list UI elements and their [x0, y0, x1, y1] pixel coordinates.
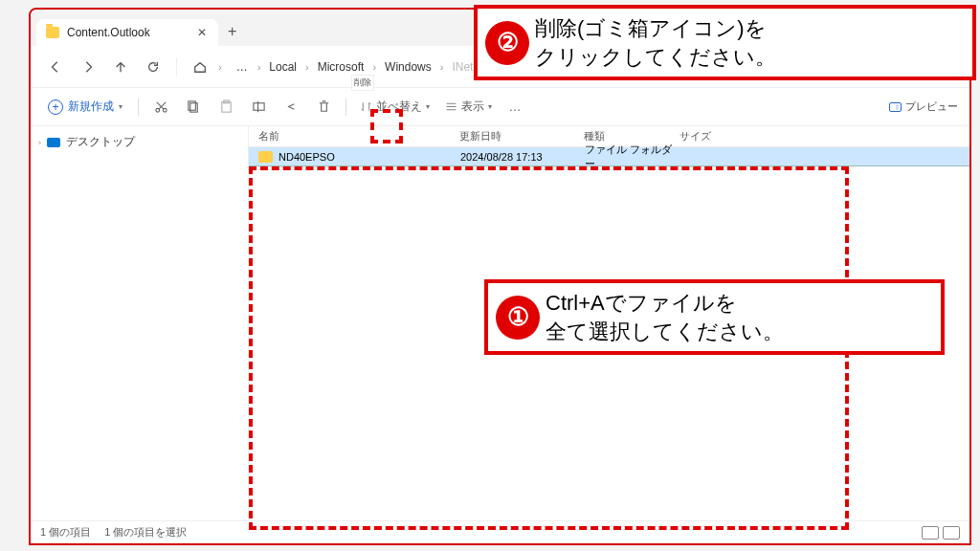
new-label: 新規作成: [68, 99, 114, 115]
chevron-right-icon: ›: [38, 138, 41, 147]
tab-content-outlook[interactable]: Content.Outlook ✕: [36, 19, 218, 46]
chevron-down-icon: ▾: [488, 102, 492, 111]
preview-button[interactable]: プレビュー: [889, 99, 958, 114]
forward-button[interactable]: [73, 52, 103, 82]
refresh-button[interactable]: [138, 52, 168, 82]
breadcrumb-ellipsis[interactable]: …: [231, 56, 255, 77]
chevron-down-icon: ▾: [119, 102, 122, 111]
close-icon[interactable]: ✕: [197, 26, 207, 39]
new-tab-button[interactable]: +: [218, 17, 246, 46]
nav-desktop[interactable]: › デスクトップ: [33, 130, 246, 154]
plus-icon: +: [48, 99, 63, 115]
more-button[interactable]: …: [501, 93, 530, 121]
callout-1: ① Ctrl+Aでファイルを 全て選択してください。: [484, 279, 945, 355]
tab-title: Content.Outlook: [67, 26, 150, 39]
rename-button[interactable]: [244, 93, 273, 121]
chevron-down-icon: ▾: [426, 102, 430, 111]
status-selected: 1 個の項目を選択: [104, 525, 187, 540]
callout-1-text: Ctrl+Aでファイルを 全て選択してください。: [544, 283, 791, 351]
callout-2-number: ②: [485, 21, 529, 65]
callout-2-text: 削除(ゴミ箱アイコン)を クリックしてください。: [533, 9, 784, 77]
view-label: 表示: [461, 99, 484, 115]
crumb-local[interactable]: Local: [263, 56, 302, 77]
nav-desktop-label: デスクトップ: [66, 134, 135, 150]
navigation-pane: › デスクトップ: [31, 126, 249, 520]
new-button[interactable]: + 新規作成 ▾: [40, 95, 130, 119]
delete-button[interactable]: [309, 93, 338, 121]
paste-button[interactable]: [212, 93, 240, 121]
col-date[interactable]: 更新日時: [459, 129, 584, 143]
sort-button[interactable]: 並べ替え ▾: [354, 95, 435, 119]
share-button[interactable]: [277, 93, 305, 121]
desktop-icon: [47, 138, 60, 147]
delete-tooltip: 削除: [351, 75, 374, 91]
preview-icon: [889, 102, 902, 112]
back-button[interactable]: [40, 52, 71, 82]
view-details-icon[interactable]: [943, 526, 960, 540]
callout-1-number: ①: [496, 296, 540, 340]
folder-icon: [258, 151, 273, 163]
view-list-icon[interactable]: [922, 526, 939, 540]
view-button[interactable]: 表示 ▾: [439, 95, 498, 119]
svg-rect-8: [221, 102, 230, 112]
table-row[interactable]: ND40EPSO 2024/08/28 17:13 ファイル フォルダー: [249, 147, 969, 166]
preview-label: プレビュー: [905, 99, 958, 114]
up-button[interactable]: [105, 52, 136, 82]
cell-name: ND40EPSO: [278, 151, 460, 163]
cell-type: ファイル フォルダー: [585, 143, 680, 171]
cut-button[interactable]: [146, 93, 175, 121]
sort-label: 並べ替え: [376, 99, 422, 115]
copy-button[interactable]: [179, 93, 208, 121]
col-size[interactable]: サイズ: [679, 129, 746, 143]
cell-date: 2024/08/28 17:13: [460, 151, 585, 163]
status-count: 1 個の項目: [40, 525, 91, 540]
toolbar: + 新規作成 ▾ 並べ替え ▾ 表示 ▾ … 削除 プレビュー: [31, 88, 969, 126]
folder-icon: [46, 27, 59, 38]
home-button[interactable]: [185, 52, 215, 82]
crumb-windows[interactable]: Windows: [379, 56, 437, 77]
status-bar: 1 個の項目 1 個の項目を選択: [31, 520, 969, 543]
col-name[interactable]: 名前: [258, 129, 459, 143]
callout-2: ② 削除(ゴミ箱アイコン)を クリックしてください。: [474, 5, 976, 80]
svg-rect-10: [253, 103, 263, 111]
